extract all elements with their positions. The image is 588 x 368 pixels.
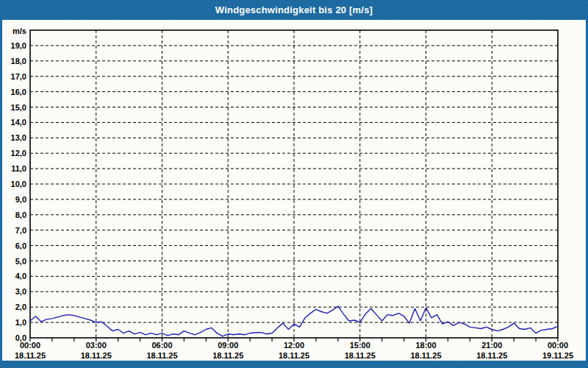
- y-tick-label: 3,0: [15, 287, 26, 296]
- x-axis-labels: 00:0018.11.2503:0018.11.2506:0018.11.250…: [15, 341, 573, 360]
- y-tick-label: 1,0: [15, 318, 26, 327]
- y-tick-label: 10,0: [11, 180, 26, 188]
- y-tick-label: 5,0: [15, 257, 26, 266]
- y-tick-label: 2,0: [15, 302, 26, 311]
- x-tick-time-label: 00:00: [548, 341, 568, 350]
- x-tick-date-label: 18.11.25: [279, 351, 309, 360]
- y-tick-label: 18,0: [11, 57, 26, 66]
- x-tick-date-label: 19.11.25: [542, 351, 573, 360]
- x-tick-time-label: 03:00: [86, 341, 107, 350]
- y-tick-label: 6,0: [15, 241, 26, 250]
- y-tick-label: 9,0: [15, 195, 26, 204]
- chart-window: 0,01,02,03,04,05,06,07,08,09,010,011,012…: [0, 0, 588, 368]
- x-tick-date-label: 18.11.25: [15, 351, 46, 360]
- y-tick-label: 11,0: [11, 164, 26, 173]
- x-tick-time-label: 15:00: [350, 341, 370, 350]
- y-tick-label: 16,0: [11, 88, 26, 96]
- chart-title: Windgeschwindigkeit bis 20 [m/s]: [215, 4, 373, 15]
- y-axis-labels: 0,01,02,03,04,05,06,07,08,09,010,011,012…: [11, 26, 26, 342]
- x-tick-time-label: 09:00: [218, 341, 238, 350]
- y-tick-label: 7,0: [15, 226, 26, 235]
- x-tick-time-label: 06:00: [151, 341, 172, 350]
- bottom-bar: [0, 361, 588, 368]
- x-tick-time-label: 18:00: [415, 341, 436, 350]
- left-border: [0, 0, 2, 368]
- x-tick-date-label: 18.11.25: [81, 351, 112, 360]
- y-tick-label: 17,0: [11, 72, 26, 81]
- x-tick-date-label: 18.11.25: [212, 351, 243, 360]
- y-tick-label: 19,0: [11, 41, 26, 50]
- x-tick-date-label: 18.11.25: [476, 351, 507, 360]
- y-tick-label: 12,0: [11, 149, 26, 158]
- y-tick-label: 13,0: [11, 133, 26, 142]
- title-bar: Windgeschwindigkeit bis 20 [m/s]: [0, 0, 588, 20]
- x-tick-time-label: 00:00: [20, 341, 40, 350]
- y-tick-label: 14,0: [11, 118, 26, 127]
- y-tick-label: 15,0: [11, 103, 26, 112]
- x-tick-time-label: 12:00: [284, 341, 304, 350]
- x-tick-date-label: 18.11.25: [345, 351, 376, 360]
- chart-canvas: 0,01,02,03,04,05,06,07,08,09,010,011,012…: [0, 0, 588, 368]
- y-axis-unit-label: m/s: [12, 26, 26, 35]
- x-tick-time-label: 21:00: [481, 341, 502, 350]
- x-tick-date-label: 18.11.25: [410, 351, 441, 360]
- x-tick-date-label: 18.11.25: [146, 351, 177, 360]
- y-tick-label: 4,0: [15, 272, 26, 280]
- y-tick-label: 8,0: [15, 210, 26, 219]
